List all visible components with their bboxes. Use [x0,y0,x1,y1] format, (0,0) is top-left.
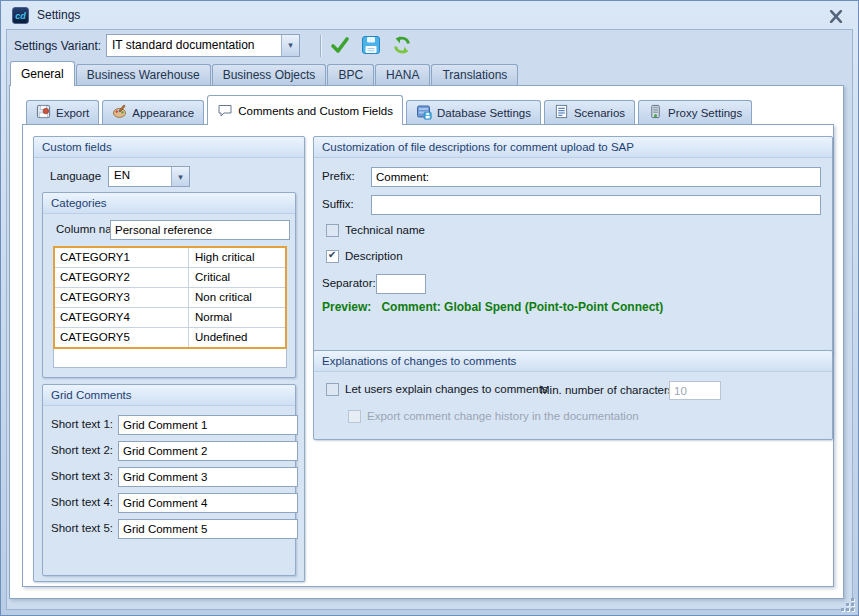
description-label: Description [345,250,403,262]
tab-translations[interactable]: Translations [431,64,518,85]
explanations-group-header: Explanations of changes to comments [314,351,832,372]
short-text-2-input[interactable] [118,441,298,461]
close-button[interactable] [829,9,845,23]
category-key-cell: CATEGORY5 [55,328,189,347]
apply-button[interactable] [327,34,353,59]
separator-label: Separator: [322,277,376,289]
technical-name-checkbox[interactable] [326,224,339,237]
sub-tab-strip: Export Appearance Comments and Custom Fi… [26,95,755,124]
category-key-cell: CATEGORY2 [55,268,189,287]
main-tab-strip: General Business Warehouse Business Obje… [10,61,519,85]
tab-general[interactable]: General [10,61,75,86]
preview-label: Preview: [322,300,371,314]
window-resize-grip[interactable] [841,598,854,611]
table-row[interactable]: CATEGORY5 Undefined [55,327,285,347]
category-value-cell: Non critical [189,288,285,307]
tab-database-settings[interactable]: Database Settings [406,100,541,124]
tab-export-label: Export [56,107,89,119]
language-value: EN [109,167,171,186]
prefix-label: Prefix: [322,170,355,182]
grid-comments-group: Grid Comments Short text 1: Short text 2… [42,384,296,576]
language-combobox[interactable]: EN ▾ [108,166,190,187]
tab-business-objects[interactable]: Business Objects [212,64,327,85]
technical-name-label: Technical name [345,224,425,236]
settings-variant-label: Settings Variant: [14,39,101,53]
palette-icon [112,104,127,121]
apply-check-icon [329,34,351,60]
database-icon [416,104,432,122]
short-text-3-label: Short text 3: [51,470,113,482]
table-row[interactable]: CATEGORY3 Non critical [55,287,285,307]
custom-fields-group: Custom fields Language EN ▾ Categories C… [33,136,305,582]
settings-variant-value: IT standard documentation [107,35,281,56]
tab-database-settings-label: Database Settings [437,107,531,119]
toolbar-separator [320,35,321,57]
export-change-history-checkbox [348,410,361,423]
tab-scenarios-label: Scenarios [574,107,625,119]
tab-comments-label: Comments and Custom Fields [238,105,393,117]
tab-appearance-label: Appearance [132,107,194,119]
tab-business-warehouse[interactable]: Business Warehouse [76,64,211,85]
let-users-explain-checkbox[interactable] [326,383,339,396]
short-text-5-input[interactable] [118,519,298,539]
save-button[interactable] [358,34,384,59]
client-area: Settings Variant: IT standard documentat… [6,29,853,610]
short-text-1-label: Short text 1: [51,418,113,430]
table-row[interactable]: CATEGORY4 Normal [55,307,285,327]
chevron-down-icon[interactable]: ▾ [171,167,189,186]
let-users-explain-label: Let users explain changes to comments [345,383,548,395]
suffix-label: Suffix: [322,198,354,210]
column-name-input[interactable] [110,220,290,240]
title-bar: cd Settings [2,2,857,29]
explanations-group: Explanations of changes to comments Let … [313,350,833,440]
short-text-1-input[interactable] [118,415,298,435]
separator-input[interactable] [376,274,426,294]
short-text-3-input[interactable] [118,467,298,487]
suffix-input[interactable] [371,195,821,215]
short-text-5-label: Short text 5: [51,522,113,534]
category-value-cell: Critical [189,268,285,287]
category-value-cell: Undefined [189,328,285,347]
table-row[interactable]: CATEGORY2 Critical [55,267,285,287]
categories-group-header: Categories [43,193,295,214]
tab-comments-and-custom-fields[interactable]: Comments and Custom Fields [207,95,403,125]
category-value-cell: Normal [189,308,285,327]
language-label: Language [50,170,101,182]
preview-value: Comment: Global Spend (Point-to-Point Co… [381,300,663,314]
grid-comments-group-header: Grid Comments [43,385,295,406]
short-text-2-label: Short text 2: [51,444,113,456]
server-icon [648,104,663,121]
categories-grid-focus-area: CATEGORY1 High critical CATEGORY2 Critic… [53,246,287,349]
category-key-cell: CATEGORY4 [55,308,189,327]
tab-appearance[interactable]: Appearance [102,100,204,124]
description-checkbox[interactable] [326,250,339,263]
categories-group: Categories Column name: CATEGORY1 High c… [42,192,296,378]
settings-variant-combobox[interactable]: IT standard documentation ▾ [106,34,300,57]
tab-scenarios[interactable]: Scenarios [544,100,635,124]
close-icon [829,9,843,26]
category-key-cell: CATEGORY3 [55,288,189,307]
chevron-down-icon[interactable]: ▾ [281,35,299,56]
categories-grid: CATEGORY1 High critical CATEGORY2 Critic… [53,246,287,368]
tab-bpc[interactable]: BPC [327,64,374,85]
tab-hana[interactable]: HANA [375,64,430,85]
refresh-button[interactable] [389,34,415,59]
tab-proxy-settings[interactable]: Proxy Settings [638,100,752,124]
refresh-icon [392,35,412,59]
short-text-4-label: Short text 4: [51,496,113,508]
category-key-cell: CATEGORY1 [55,248,189,267]
speech-bubble-icon [217,102,233,120]
export-floppy-icon [36,104,51,121]
preview-text: Preview: Comment: Global Spend (Point-to… [322,300,663,314]
app-logo-icon: cd [12,7,29,24]
customization-group: Customization of file descriptions for c… [313,136,833,354]
general-tab-page: Export Appearance Comments and Custom Fi… [9,85,844,599]
custom-fields-group-header: Custom fields [34,137,304,158]
short-text-4-input[interactable] [118,493,298,513]
table-row[interactable]: CATEGORY1 High critical [55,248,285,267]
prefix-input[interactable] [371,167,821,187]
min-characters-label: Min. number of characters: [540,384,677,396]
settings-window: cd Settings Settings Variant: IT standar… [0,0,859,616]
tab-export[interactable]: Export [26,100,99,124]
customization-group-header: Customization of file descriptions for c… [314,137,832,158]
